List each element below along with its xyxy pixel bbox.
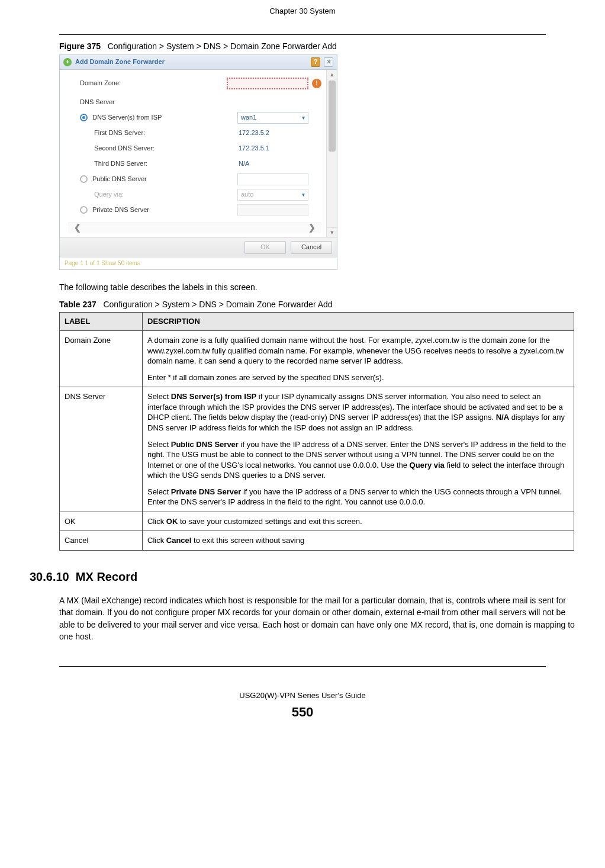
first-dns-label: First DNS Server: <box>94 128 237 137</box>
wan-select[interactable]: wan1 ▾ <box>237 112 308 124</box>
scroll-thumb[interactable] <box>329 81 336 152</box>
top-rule <box>59 34 546 35</box>
desc-para: Enter * if all domain zones are served b… <box>147 372 569 383</box>
table-label: Table 237 <box>59 300 96 309</box>
dns-server-heading: DNS Server <box>80 98 115 107</box>
row-description: Click OK to save your customized setting… <box>143 512 574 531</box>
chevron-down-icon: ▾ <box>302 191 305 199</box>
wan-select-value: wan1 <box>241 113 256 122</box>
domain-zone-input[interactable] <box>227 78 308 89</box>
dialog-status-bar: Page 1 1 of 1 Show 50 items <box>60 258 337 269</box>
table-row: Cancel Click Cancel to exit this screen … <box>60 531 574 551</box>
desc-para: Select Private DNS Server if you have th… <box>147 487 569 507</box>
dialog-footer: OK Cancel <box>60 237 337 258</box>
radio-isp[interactable] <box>80 114 88 121</box>
section-body: A MX (Mail eXchange) record indicates wh… <box>59 594 575 642</box>
table-caption-text: Configuration > System > DNS > Domain Zo… <box>103 300 332 309</box>
desc-para: Select DNS Server(s) from ISP if your IS… <box>147 391 569 433</box>
figure-label: Figure 375 <box>59 41 101 51</box>
radio-private-label: Private DNS Server <box>92 205 237 214</box>
description-table: LABEL DESCRIPTION Domain Zone A domain z… <box>59 312 574 551</box>
desc-para: A domain zone is a fully qualified domai… <box>147 335 569 367</box>
vertical-scrollbar[interactable]: ▴ ▾ <box>326 70 337 237</box>
private-dns-input[interactable] <box>237 204 308 216</box>
warning-icon: ! <box>312 79 321 88</box>
desc-para: Select Public DNS Server if you have the… <box>147 439 569 481</box>
section-heading: 30.6.10 MX Record <box>30 568 575 585</box>
query-via-value: auto <box>241 190 253 199</box>
scroll-down-icon[interactable]: ▾ <box>327 227 337 237</box>
row-description: A domain zone is a fully qualified domai… <box>143 331 574 387</box>
figure-caption-text: Configuration > System > DNS > Domain Zo… <box>108 41 337 51</box>
radio-isp-label: DNS Server(s) from ISP <box>92 113 237 122</box>
row-label: OK <box>60 512 143 531</box>
first-dns-value: 172.23.5.2 <box>237 128 308 137</box>
table-caption: Table 237 Configuration > System > DNS >… <box>59 299 575 311</box>
table-header-row: LABEL DESCRIPTION <box>60 312 574 330</box>
help-icon[interactable]: ? <box>311 57 320 67</box>
dialog-title: Add Domain Zone Forwarder <box>75 57 307 66</box>
bottom-rule <box>59 666 546 667</box>
radio-public-label: Public DNS Server <box>92 175 237 184</box>
table-row: Domain Zone A domain zone is a fully qua… <box>60 331 574 387</box>
row-label: Domain Zone <box>60 331 143 387</box>
header-description: DESCRIPTION <box>143 312 574 330</box>
chevron-down-icon: ▾ <box>302 114 305 122</box>
public-dns-input[interactable] <box>237 173 308 185</box>
header-label: LABEL <box>60 312 143 330</box>
chapter-header: Chapter 30 System <box>30 6 575 17</box>
domain-zone-label: Domain Zone: <box>80 79 227 88</box>
second-dns-value: 172.23.5.1 <box>237 144 308 153</box>
cancel-button[interactable]: Cancel <box>291 241 332 254</box>
radio-private[interactable] <box>80 206 88 214</box>
row-label: Cancel <box>60 531 143 551</box>
table-intro-text: The following table describes the labels… <box>59 282 575 294</box>
scroll-up-icon[interactable]: ▴ <box>327 70 337 79</box>
row-description: Select DNS Server(s) from ISP if your IS… <box>143 387 574 512</box>
page-number: 550 <box>30 703 575 722</box>
close-icon[interactable]: ✕ <box>324 57 333 67</box>
scroll-left-icon[interactable]: ❮ <box>72 222 83 234</box>
second-dns-label: Second DNS Server: <box>94 144 237 153</box>
query-via-label: Query via: <box>94 190 237 199</box>
add-icon: + <box>63 58 72 66</box>
row-description: Click Cancel to exit this screen without… <box>143 531 574 551</box>
section-number: 30.6.10 <box>30 570 69 583</box>
table-row: DNS Server Select DNS Server(s) from ISP… <box>60 387 574 512</box>
footer-guide-title: USG20(W)-VPN Series User's Guide <box>30 690 575 701</box>
third-dns-label: Third DNS Server: <box>94 159 237 168</box>
scroll-right-icon[interactable]: ❯ <box>306 222 318 234</box>
table-row: OK Click OK to save your customized sett… <box>60 512 574 531</box>
radio-public[interactable] <box>80 175 88 183</box>
dialog-titlebar: + Add Domain Zone Forwarder ? ✕ <box>60 55 337 70</box>
ok-button[interactable]: OK <box>244 241 286 254</box>
query-via-select[interactable]: auto ▾ <box>237 189 308 201</box>
figure-caption: Figure 375 Configuration > System > DNS … <box>59 41 575 53</box>
third-dns-value: N/A <box>237 159 308 168</box>
domain-zone-forwarder-dialog: + Add Domain Zone Forwarder ? ✕ Domain Z… <box>59 54 337 270</box>
row-label: DNS Server <box>60 387 143 512</box>
section-title: MX Record <box>76 570 137 583</box>
